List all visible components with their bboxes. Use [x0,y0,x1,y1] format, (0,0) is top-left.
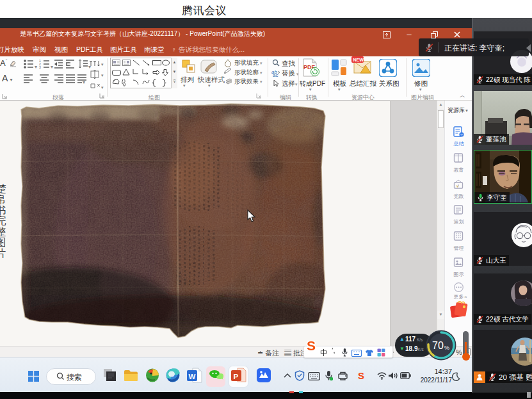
svg-text:▾: ▾ [51,64,53,70]
svg-text:▾: ▾ [101,85,104,90]
svg-text:%: % [444,345,449,351]
svg-text:▾: ▾ [101,62,104,67]
svg-text:▾: ▾ [35,64,37,70]
svg-text:▾: ▾ [83,79,85,85]
svg-text:ac: ac [273,72,278,77]
svg-text:W: W [189,373,196,380]
svg-text:P: P [234,373,239,380]
svg-text:3: 3 [39,65,41,69]
svg-text:▾: ▾ [101,73,104,77]
svg-text:70: 70 [432,340,444,351]
svg-text:NEW: NEW [353,58,364,62]
